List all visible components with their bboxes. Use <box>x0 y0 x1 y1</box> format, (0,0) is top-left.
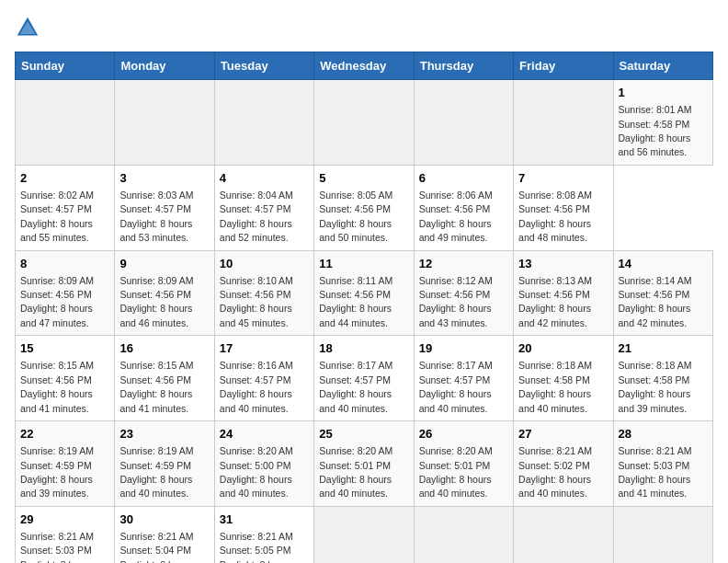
page-header <box>15 15 713 40</box>
day-detail: Sunrise: 8:21 AMSunset: 5:04 PMDaylight:… <box>119 531 193 563</box>
logo <box>15 15 44 40</box>
calendar-day: 9 Sunrise: 8:09 AMSunset: 4:56 PMDayligh… <box>115 250 214 336</box>
day-detail: Sunrise: 8:19 AMSunset: 4:59 PMDaylight:… <box>20 445 94 499</box>
calendar-day: 29 Sunrise: 8:21 AMSunset: 5:03 PMDaylig… <box>16 506 115 563</box>
day-number: 15 <box>20 340 109 357</box>
day-number: 19 <box>419 340 508 357</box>
day-detail: Sunrise: 8:02 AMSunset: 4:57 PMDaylight:… <box>20 190 94 243</box>
calendar-day-empty <box>16 80 115 166</box>
day-number: 26 <box>419 426 508 442</box>
day-detail: Sunrise: 8:17 AMSunset: 4:57 PMDaylight:… <box>419 360 493 413</box>
day-detail: Sunrise: 8:14 AMSunset: 4:56 PMDaylight:… <box>619 275 692 328</box>
calendar-day: 21 Sunrise: 8:18 AMSunset: 4:58 PMDaylig… <box>613 336 712 421</box>
calendar-table: SundayMondayTuesdayWednesdayThursdayFrid… <box>15 52 713 563</box>
calendar-day: 23 Sunrise: 8:19 AMSunset: 4:59 PMDaylig… <box>115 421 214 507</box>
calendar-week-row: 22 Sunrise: 8:19 AMSunset: 4:59 PMDaylig… <box>16 421 713 507</box>
day-number: 16 <box>119 340 209 357</box>
calendar-day: 2 Sunrise: 8:02 AMSunset: 4:57 PMDayligh… <box>16 165 115 250</box>
calendar-day-empty <box>514 80 613 166</box>
day-number: 4 <box>220 170 309 187</box>
day-detail: Sunrise: 8:08 AMSunset: 4:56 PMDaylight:… <box>518 190 592 243</box>
calendar-day: 12 Sunrise: 8:12 AMSunset: 4:56 PMDaylig… <box>414 250 513 336</box>
day-detail: Sunrise: 8:05 AMSunset: 4:56 PMDaylight:… <box>319 190 392 243</box>
calendar-day: 5 Sunrise: 8:05 AMSunset: 4:56 PMDayligh… <box>314 165 414 250</box>
day-detail: Sunrise: 8:15 AMSunset: 4:56 PMDaylight:… <box>119 360 193 413</box>
day-detail: Sunrise: 8:20 AMSunset: 5:01 PMDaylight:… <box>419 445 493 499</box>
calendar-day-empty <box>314 506 414 563</box>
day-detail: Sunrise: 8:09 AMSunset: 4:56 PMDaylight:… <box>20 275 94 328</box>
calendar-day: 28 Sunrise: 8:21 AMSunset: 5:03 PMDaylig… <box>613 421 712 507</box>
day-number: 2 <box>20 170 109 187</box>
day-detail: Sunrise: 8:15 AMSunset: 4:56 PMDaylight:… <box>20 360 94 413</box>
calendar-day-empty <box>514 506 613 563</box>
day-number: 14 <box>619 256 708 272</box>
day-detail: Sunrise: 8:10 AMSunset: 4:56 PMDaylight:… <box>220 275 293 328</box>
weekday-header-friday: Friday <box>514 52 613 80</box>
calendar-day: 14 Sunrise: 8:14 AMSunset: 4:56 PMDaylig… <box>613 250 712 336</box>
calendar-day-empty <box>214 80 313 166</box>
day-detail: Sunrise: 8:11 AMSunset: 4:56 PMDaylight:… <box>319 275 392 328</box>
weekday-header-sunday: Sunday <box>16 52 115 80</box>
day-detail: Sunrise: 8:09 AMSunset: 4:56 PMDaylight:… <box>119 275 193 328</box>
calendar-day: 20 Sunrise: 8:18 AMSunset: 4:58 PMDaylig… <box>514 336 613 421</box>
day-detail: Sunrise: 8:03 AMSunset: 4:57 PMDaylight:… <box>119 190 193 243</box>
calendar-day: 27 Sunrise: 8:21 AMSunset: 5:02 PMDaylig… <box>514 421 613 507</box>
calendar-day-empty <box>115 80 214 166</box>
day-detail: Sunrise: 8:01 AMSunset: 4:58 PMDaylight:… <box>619 104 692 157</box>
day-detail: Sunrise: 8:20 AMSunset: 5:01 PMDaylight:… <box>319 445 392 499</box>
calendar-day: 11 Sunrise: 8:11 AMSunset: 4:56 PMDaylig… <box>314 250 414 336</box>
calendar-day: 24 Sunrise: 8:20 AMSunset: 5:00 PMDaylig… <box>214 421 313 507</box>
calendar-day: 31 Sunrise: 8:21 AMSunset: 5:05 PMDaylig… <box>214 506 313 563</box>
weekday-header-wednesday: Wednesday <box>314 52 414 80</box>
day-detail: Sunrise: 8:21 AMSunset: 5:03 PMDaylight:… <box>20 531 94 563</box>
calendar-day: 3 Sunrise: 8:03 AMSunset: 4:57 PMDayligh… <box>115 165 214 250</box>
day-detail: Sunrise: 8:12 AMSunset: 4:56 PMDaylight:… <box>419 275 493 328</box>
day-detail: Sunrise: 8:21 AMSunset: 5:03 PMDaylight:… <box>619 445 692 499</box>
day-number: 23 <box>119 426 209 442</box>
calendar-week-row: 29 Sunrise: 8:21 AMSunset: 5:03 PMDaylig… <box>16 506 713 563</box>
calendar-day: 22 Sunrise: 8:19 AMSunset: 4:59 PMDaylig… <box>16 421 115 507</box>
day-number: 7 <box>518 170 608 187</box>
day-number: 5 <box>319 170 408 187</box>
calendar-week-row: 8 Sunrise: 8:09 AMSunset: 4:56 PMDayligh… <box>16 250 713 336</box>
day-detail: Sunrise: 8:21 AMSunset: 5:05 PMDaylight:… <box>220 531 293 563</box>
calendar-day: 4 Sunrise: 8:04 AMSunset: 4:57 PMDayligh… <box>214 165 313 250</box>
day-number: 30 <box>119 511 209 528</box>
day-detail: Sunrise: 8:17 AMSunset: 4:57 PMDaylight:… <box>319 360 392 413</box>
day-number: 13 <box>518 256 608 272</box>
calendar-day: 13 Sunrise: 8:13 AMSunset: 4:56 PMDaylig… <box>514 250 613 336</box>
calendar-day-empty <box>414 80 513 166</box>
calendar-day-empty <box>314 80 414 166</box>
calendar-week-row: 1 Sunrise: 8:01 AMSunset: 4:58 PMDayligh… <box>16 80 713 166</box>
calendar-week-row: 2 Sunrise: 8:02 AMSunset: 4:57 PMDayligh… <box>16 165 713 250</box>
calendar-day: 26 Sunrise: 8:20 AMSunset: 5:01 PMDaylig… <box>414 421 513 507</box>
day-detail: Sunrise: 8:04 AMSunset: 4:57 PMDaylight:… <box>220 190 293 243</box>
day-detail: Sunrise: 8:19 AMSunset: 4:59 PMDaylight:… <box>119 445 193 499</box>
day-detail: Sunrise: 8:13 AMSunset: 4:56 PMDaylight:… <box>518 275 592 328</box>
day-number: 3 <box>119 170 209 187</box>
calendar-day: 15 Sunrise: 8:15 AMSunset: 4:56 PMDaylig… <box>16 336 115 421</box>
day-detail: Sunrise: 8:18 AMSunset: 4:58 PMDaylight:… <box>518 360 592 413</box>
day-number: 22 <box>20 426 109 442</box>
day-number: 18 <box>319 340 408 357</box>
day-number: 1 <box>619 85 708 101</box>
day-number: 29 <box>20 511 109 528</box>
logo-icon <box>15 15 40 40</box>
calendar-day: 6 Sunrise: 8:06 AMSunset: 4:56 PMDayligh… <box>414 165 513 250</box>
calendar-day-empty <box>414 506 513 563</box>
day-detail: Sunrise: 8:21 AMSunset: 5:02 PMDaylight:… <box>518 445 592 499</box>
day-number: 12 <box>419 256 508 272</box>
calendar-day: 17 Sunrise: 8:16 AMSunset: 4:57 PMDaylig… <box>214 336 313 421</box>
day-number: 28 <box>619 426 708 442</box>
calendar-day: 19 Sunrise: 8:17 AMSunset: 4:57 PMDaylig… <box>414 336 513 421</box>
weekday-header-tuesday: Tuesday <box>214 52 313 80</box>
calendar-day: 1 Sunrise: 8:01 AMSunset: 4:58 PMDayligh… <box>613 80 712 166</box>
day-number: 27 <box>518 426 608 442</box>
day-detail: Sunrise: 8:18 AMSunset: 4:58 PMDaylight:… <box>619 360 692 413</box>
weekday-header-saturday: Saturday <box>613 52 712 80</box>
calendar-day: 8 Sunrise: 8:09 AMSunset: 4:56 PMDayligh… <box>16 250 115 336</box>
day-number: 20 <box>518 340 608 357</box>
calendar-day: 7 Sunrise: 8:08 AMSunset: 4:56 PMDayligh… <box>514 165 613 250</box>
calendar-day-empty <box>613 506 712 563</box>
day-number: 17 <box>220 340 309 357</box>
